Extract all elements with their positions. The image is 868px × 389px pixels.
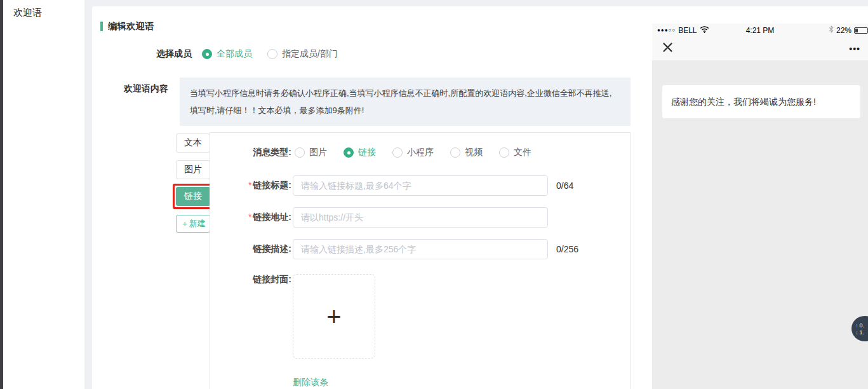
add-new-attachment-button[interactable]: ＋新建 (176, 215, 210, 233)
delete-item-link[interactable]: 删除该条 (293, 377, 328, 388)
battery-icon (854, 27, 868, 34)
link-title-input[interactable] (293, 175, 548, 196)
upload-speed-row: ↑ 0. (855, 322, 864, 329)
link-title-label-text: 链接标题: (253, 180, 291, 190)
signal-dots-icon: ●●●○○ (657, 27, 676, 33)
sidebar: 欢迎语 (3, 0, 84, 389)
cover-upload-box[interactable]: + (293, 274, 375, 358)
carrier-label: BELL (678, 26, 697, 35)
link-desc-counter: 0/256 (556, 244, 578, 254)
notice-line-2: 填写时,请仔细！！文本必填，最多添加9条附件! (190, 102, 620, 119)
member-select-row: 选择成员 全部成员 指定成员/部门 (119, 48, 338, 60)
link-title-counter: 0/64 (556, 181, 573, 191)
required-mark: * (248, 212, 251, 222)
message-type-row: 消息类型: 图片 链接 小程序 (210, 147, 630, 158)
link-url-label: *链接地址: (210, 212, 291, 223)
link-title-row: *链接标题: 0/64 (210, 175, 630, 196)
radio-type-miniprogram[interactable]: 小程序 (392, 147, 434, 158)
notice-line-1: 当填写小程序信息时请务必确认小程序正确,当填写小程序信息不正确时,所配置的欢迎语… (190, 85, 620, 102)
member-select-label: 选择成员 (119, 48, 192, 60)
radio-type-miniprogram-label: 小程序 (407, 147, 434, 158)
radio-unchecked-icon (392, 147, 403, 158)
radio-specified-members[interactable]: 指定成员/部门 (267, 48, 338, 60)
link-desc-input[interactable] (293, 239, 548, 259)
radio-type-video-label: 视频 (465, 147, 483, 158)
phone-nav-bar: ••• (652, 37, 868, 60)
link-url-label-text: 链接地址: (253, 212, 291, 222)
radio-unchecked-icon (499, 147, 509, 158)
welcome-message-bubble: 感谢您的关注，我们将竭诚为您服务! (662, 85, 860, 118)
tab-image[interactable]: 图片 (176, 160, 210, 179)
tab-link[interactable]: 链接 (176, 187, 210, 206)
phone-status-bar: ●●●○○ BELL 4:21 PM (652, 24, 868, 37)
welcome-content-row: 欢迎语内容 当填写小程序信息时请务必确认小程序正确,当填写小程序信息不正确时,所… (116, 78, 631, 126)
upload-arrow-icon: ↑ (855, 322, 858, 329)
upload-speed-value: 0. (860, 322, 865, 329)
radio-type-link-label: 链接 (358, 147, 376, 158)
sidebar-item-welcome-message[interactable]: 欢迎语 (3, 0, 84, 26)
radio-type-image[interactable]: 图片 (295, 147, 327, 158)
radio-type-file[interactable]: 文件 (499, 147, 531, 158)
chat-preview-area: 感谢您的关注，我们将竭诚为您服务! (652, 60, 868, 389)
more-options-icon[interactable]: ••• (849, 44, 860, 54)
download-speed-row: ↓ 1. (855, 329, 864, 336)
bluetooth-icon (829, 25, 834, 35)
status-left-group: ●●●○○ BELL (657, 26, 709, 35)
page-title-text: 编辑欢迎语 (108, 20, 154, 32)
radio-type-file-label: 文件 (514, 147, 531, 158)
wifi-icon (700, 26, 709, 35)
clock-label: 4:21 PM (746, 26, 775, 35)
close-icon[interactable] (662, 42, 673, 55)
link-url-row: *链接地址: (210, 207, 630, 228)
page: 欢迎语 编辑欢迎语 选择成员 全部成员 指定成员/部门 欢迎语内容 (0, 0, 868, 389)
message-type-options: 图片 链接 小程序 视频 (295, 147, 531, 158)
link-title-label: *链接标题: (210, 180, 291, 191)
radio-unchecked-icon (267, 49, 277, 59)
radio-all-members[interactable]: 全部成员 (202, 48, 252, 60)
welcome-content-label: 欢迎语内容 (116, 78, 168, 95)
link-desc-label: 链接描述: (210, 243, 291, 255)
title-accent-bar (100, 22, 103, 31)
radio-type-video[interactable]: 视频 (450, 147, 483, 158)
radio-type-image-label: 图片 (309, 147, 327, 158)
link-url-input[interactable] (293, 207, 548, 228)
radio-checked-icon (202, 49, 212, 59)
message-type-label: 消息类型: (210, 147, 291, 158)
radio-all-members-label: 全部成员 (217, 48, 252, 60)
radio-checked-icon (344, 147, 354, 158)
link-cover-row: 链接封面: + (210, 274, 630, 358)
phone-preview: ●●●○○ BELL 4:21 PM (652, 24, 868, 389)
link-desc-label-text: 链接描述: (253, 243, 291, 254)
plus-icon: + (326, 304, 341, 329)
status-right-group: 22% (829, 25, 868, 35)
radio-unchecked-icon (295, 147, 305, 158)
link-attachment-panel: 消息类型: 图片 链接 小程序 (210, 132, 631, 389)
download-speed-value: 1. (860, 329, 865, 336)
notice-box: 当填写小程序信息时请务必确认小程序正确,当填写小程序信息不正确时,所配置的欢迎语… (180, 78, 631, 126)
radio-type-link[interactable]: 链接 (344, 147, 376, 158)
link-cover-label: 链接封面: (210, 274, 291, 285)
member-options: 全部成员 指定成员/部门 (202, 48, 338, 60)
download-arrow-icon: ↓ (855, 329, 858, 336)
required-mark: * (248, 180, 251, 190)
link-desc-row: 链接描述: 0/256 (210, 239, 630, 259)
battery-percent-label: 22% (836, 26, 851, 35)
tab-text[interactable]: 文本 (176, 133, 210, 153)
radio-specified-members-label: 指定成员/部门 (282, 48, 338, 60)
radio-unchecked-icon (450, 147, 460, 158)
page-title: 编辑欢迎语 (100, 20, 154, 32)
